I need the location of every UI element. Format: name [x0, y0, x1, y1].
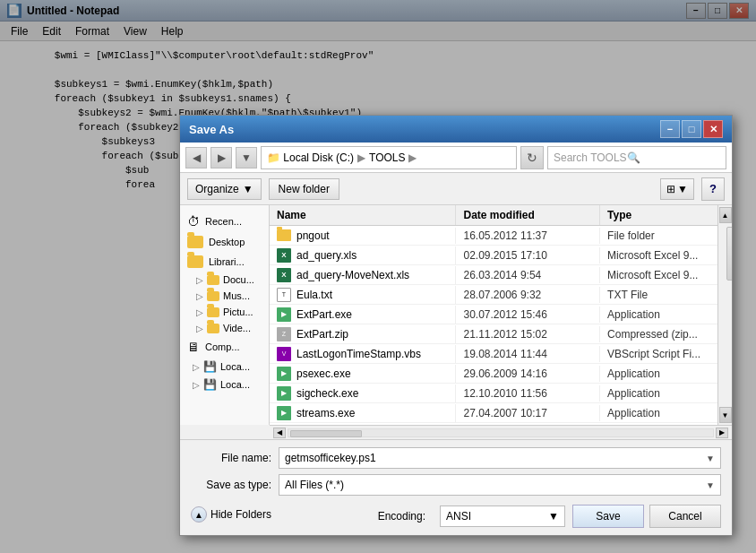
save-button[interactable]: Save — [572, 505, 644, 528]
help-button[interactable]: ? — [701, 177, 725, 201]
sidebar-item-local1[interactable]: ▷ 💾 Loca... — [180, 358, 269, 376]
path-localdisk: 📁 Local Disk (C:) — [267, 151, 354, 164]
music-icon — [207, 291, 219, 301]
sidebar-item-documents[interactable]: ▷ Docu... — [180, 272, 269, 288]
xls-icon: X — [277, 268, 291, 282]
file-row-sigcheck[interactable]: ▶ sigcheck.exe 12.10.2010 11:56 Applicat… — [270, 384, 717, 403]
encoding-value: ANSI — [446, 510, 471, 523]
view-arrow-icon: ▼ — [677, 183, 688, 195]
exe-icon: ▶ — [277, 386, 291, 401]
file-row-ad-query-move[interactable]: X ad_query-MoveNext.xls 26.03.2014 9:54 … — [270, 265, 717, 285]
new-folder-label: New folder — [279, 183, 330, 195]
search-box[interactable]: Search TOOLS 🔍 — [547, 146, 726, 169]
file-row-ad-query[interactable]: X ad_query.xls 02.09.2015 17:10 Microsof… — [270, 246, 717, 265]
file-name-input[interactable]: getmsofficekey.ps1 ▼ — [279, 447, 721, 469]
address-path[interactable]: 📁 Local Disk (C:) ▶ TOOLS ▶ — [261, 146, 517, 169]
file-name-dropdown-arrow: ▼ — [706, 454, 715, 463]
zip-icon: Z — [277, 327, 291, 341]
address-bar: ◀ ▶ ▼ 📁 Local Disk (C:) ▶ TOOLS ▶ ↻ Sear… — [180, 143, 732, 173]
file-name-value: getmsofficekey.ps1 — [285, 452, 376, 464]
scroll-thumb[interactable] — [726, 227, 733, 281]
file-row-extpart-zip[interactable]: Z ExtPart.zip 21.11.2012 15:02 Compresse… — [270, 324, 717, 344]
dialog-title: Save As — [189, 123, 234, 136]
dialog-bottom: File name: getmsofficekey.ps1 ▼ Save as … — [180, 439, 732, 535]
cancel-button[interactable]: Cancel — [649, 505, 721, 528]
drive-icon: 💾 — [203, 360, 217, 373]
file-name-extpart-exe: ▶ ExtPart.exe — [270, 306, 456, 324]
scroll-left-button[interactable]: ◀ — [273, 428, 286, 438]
file-row-pngout[interactable]: pngout 16.05.2012 11:37 File folder — [270, 226, 717, 246]
exe-icon: ▶ — [277, 307, 291, 322]
file-row-extpart-exe[interactable]: ▶ ExtPart.exe 30.07.2012 15:46 Applicati… — [270, 305, 717, 324]
dialog-titlebar-controls: − □ ✕ — [660, 120, 723, 138]
col-type-header[interactable]: Type — [600, 205, 717, 225]
back-button[interactable]: ◀ — [185, 147, 207, 168]
file-row-streams[interactable]: ▶ streams.exe 27.04.2007 10:17 Applicati… — [270, 403, 717, 423]
sidebar-item-libraries[interactable]: Librari... — [180, 252, 269, 272]
col-name-header[interactable]: Name — [270, 205, 456, 225]
sidebar-libraries-label: Librari... — [209, 256, 245, 267]
sidebar-item-videos[interactable]: ▷ Vide... — [180, 320, 269, 336]
dialog-minimize-button[interactable]: − — [660, 120, 680, 138]
txt-icon: T — [277, 288, 291, 302]
sidebar-item-local2[interactable]: ▷ 💾 Loca... — [180, 376, 269, 393]
sidebar-music-label: Mus... — [223, 290, 250, 301]
file-name-pngout: pngout — [270, 228, 456, 244]
dropdown-button[interactable]: ▼ — [236, 147, 257, 168]
exe-icon: ▶ — [277, 406, 291, 420]
pictures-icon — [207, 307, 219, 317]
vbs-icon: V — [277, 347, 291, 361]
view-button[interactable]: ⊞ ▼ — [660, 178, 694, 200]
file-name-eula: T Eula.txt — [270, 286, 456, 304]
scroll-up-button[interactable]: ▲ — [719, 207, 732, 223]
path-tools: TOOLS — [369, 151, 405, 164]
refresh-button[interactable]: ↻ — [520, 146, 544, 169]
save-as-type-dropdown-arrow: ▼ — [706, 480, 715, 490]
help-label: ? — [709, 182, 717, 195]
scroll-down-button[interactable]: ▼ — [719, 407, 732, 423]
sidebar-recent-label: Recen... — [205, 216, 242, 227]
sidebar: ⏱ Recen... Desktop Librari... ▷ Docu... … — [180, 205, 270, 425]
file-list-header: Name Date modified Type — [270, 205, 717, 226]
file-name-extpart-zip: Z ExtPart.zip — [270, 325, 456, 343]
sidebar-item-recent[interactable]: ⏱ Recen... — [180, 211, 269, 232]
horizontal-scrollbar-track — [288, 428, 714, 437]
encoding-row: Encoding: ANSI ▼ Save Cancel — [378, 505, 721, 528]
file-name-ad-query-move: X ad_query-MoveNext.xls — [270, 266, 456, 284]
drive2-icon: 💾 — [203, 378, 217, 391]
encoding-select[interactable]: ANSI ▼ — [440, 505, 565, 527]
sidebar-item-pictures[interactable]: ▷ Pictu... — [180, 304, 269, 320]
sidebar-item-computer[interactable]: 🖥 Comp... — [180, 336, 269, 358]
horizontal-scroll-thumb[interactable] — [290, 430, 362, 437]
file-name-row: File name: getmsofficekey.ps1 ▼ — [191, 447, 721, 469]
file-row-psexec[interactable]: ▶ psexec.exe 29.06.2009 14:16 Applicatio… — [270, 364, 717, 384]
new-folder-button[interactable]: New folder — [269, 178, 339, 200]
save-as-type-input[interactable]: All Files (*.*) ▼ — [279, 474, 721, 496]
dialog-titlebar: Save As − □ ✕ — [180, 116, 732, 143]
file-list: Name Date modified Type pngout 16.05.201… — [270, 205, 717, 425]
dialog-close-button[interactable]: ✕ — [703, 120, 723, 138]
organize-button[interactable]: Organize ▼ — [187, 178, 262, 200]
videos-icon — [207, 324, 219, 333]
recent-icon: ⏱ — [187, 214, 200, 229]
file-row-lastlogon[interactable]: V LastLogonTimeStamp.vbs 19.08.2014 11:4… — [270, 344, 717, 364]
path-end-separator: ▶ — [408, 151, 417, 164]
horizontal-scrollbar[interactable]: ◀ ▶ — [270, 425, 732, 439]
forward-button[interactable]: ▶ — [210, 147, 232, 168]
sidebar-item-music[interactable]: ▷ Mus... — [180, 288, 269, 304]
col-date-header[interactable]: Date modified — [456, 205, 600, 225]
search-icon: 🔍 — [627, 151, 640, 164]
scrollbar[interactable]: ▲ ▼ — [717, 205, 732, 425]
hide-folders-button[interactable]: ▲ Hide Folders — [191, 506, 271, 523]
sidebar-local2-label: Loca... — [220, 379, 250, 390]
tree-arrow-icon: ▷ — [196, 291, 203, 301]
sidebar-item-desktop[interactable]: Desktop — [180, 232, 269, 252]
dialog-maximize-button[interactable]: □ — [682, 120, 701, 138]
file-name-sigcheck: ▶ sigcheck.exe — [270, 385, 456, 402]
file-name-ad-query: X ad_query.xls — [270, 246, 456, 264]
scroll-right-button[interactable]: ▶ — [716, 428, 728, 438]
dialog-main: ⏱ Recen... Desktop Librari... ▷ Docu... … — [180, 205, 732, 425]
organize-arrow-icon: ▼ — [243, 183, 253, 195]
organize-label: Organize — [195, 183, 239, 195]
file-row-eula[interactable]: T Eula.txt 28.07.2006 9:32 TXT File — [270, 285, 717, 305]
